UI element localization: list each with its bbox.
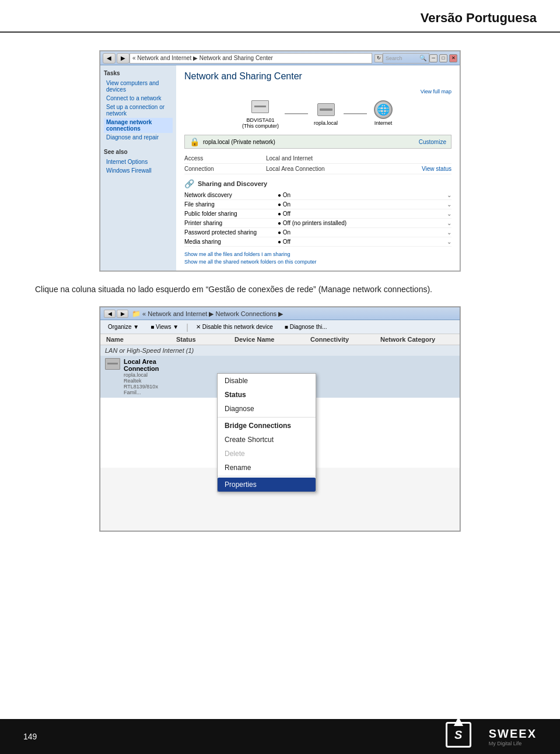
network-connections-window: ◀ ▶ 📁 « Network and Internet ▶ Network C… <box>100 307 460 531</box>
chevron-media[interactable]: ⌄ <box>447 239 452 245</box>
sharing-row-public-folder: Public folder sharing ● Off ⌄ <box>184 209 452 219</box>
page-header: Versão Portuguesa <box>0 0 560 33</box>
sharing-row-file-sharing: File sharing ● On ⌄ <box>184 200 452 209</box>
tasks-title: Tasks <box>104 70 173 76</box>
customize-link[interactable]: Customize <box>419 139 446 145</box>
window-main-title: Network and Sharing Center <box>184 71 452 82</box>
ctx-status[interactable]: Status <box>218 388 316 402</box>
sidebar-item-view-computers[interactable]: View computers and devices <box>104 79 173 94</box>
ctx-disable[interactable]: Disable <box>218 374 316 388</box>
organize-button[interactable]: Organize ▼ <box>104 322 143 332</box>
main-content: ◀ ▶ « Network and Internet ▶ Network and… <box>0 33 560 543</box>
address-bar[interactable]: « Network and Internet ▶ Network and Sha… <box>130 53 372 64</box>
nc-forward-button[interactable]: ▶ <box>117 310 128 318</box>
sidebar-item-connect[interactable]: Connect to a network <box>104 94 173 103</box>
sharing-row-media: Media sharing ● Off ⌄ <box>184 237 452 247</box>
sharing-rows: Network discovery ● On ⌄ File sharing ● … <box>184 191 452 247</box>
chevron-public-folder[interactable]: ⌄ <box>447 211 452 217</box>
minimize-button[interactable]: ─ <box>429 54 438 62</box>
sidebar-item-setup[interactable]: Set up a connection or network <box>104 103 173 118</box>
see-also-title: See also <box>104 149 173 155</box>
view-status-link[interactable]: View status <box>422 166 452 172</box>
close-button[interactable]: ✕ <box>449 54 457 62</box>
col-connectivity: Connectivity <box>309 336 379 343</box>
sharing-row-password: Password protected sharing ● On ⌄ <box>184 228 452 237</box>
sidebar-item-manage[interactable]: Manage network connections <box>104 118 173 133</box>
sidebar-item-internet-options[interactable]: Internet Options <box>104 157 173 166</box>
chevron-printer[interactable]: ⌄ <box>447 220 452 226</box>
connection-label: Connection <box>184 166 266 172</box>
sweex-spike <box>454 717 463 726</box>
view-full-map-link[interactable]: View full map <box>421 89 452 94</box>
tasks-section: Tasks View computers and devices Connect… <box>104 70 173 142</box>
sidebar: Tasks View computers and devices Connect… <box>100 65 176 271</box>
network-grid: Access Local and Internet Connection Loc… <box>184 153 452 174</box>
screenshot2-container: ◀ ▶ 📁 « Network and Internet ▶ Network C… <box>99 306 461 532</box>
node-internet: 🌐 Internet <box>373 101 394 126</box>
col-name: Name <box>105 336 175 343</box>
ctx-sep-2 <box>218 476 316 476</box>
refresh-button[interactable]: ↻ <box>374 54 383 62</box>
screenshot1-container: ◀ ▶ « Network and Internet ▶ Network and… <box>99 50 461 272</box>
views-button[interactable]: ■ Views ▼ <box>146 322 183 332</box>
conn-name: Local Area Connection <box>124 358 175 372</box>
node-router: ropla.local <box>314 101 338 126</box>
window-controls: ─ □ ✕ <box>429 54 457 62</box>
ctx-diagnose[interactable]: Diagnose <box>218 402 316 416</box>
back-button[interactable]: ◀ <box>103 53 116 64</box>
maximize-button[interactable]: □ <box>439 54 447 62</box>
page-footer: 149 S SWEEX My Digital Life <box>0 719 560 754</box>
chevron-network-discovery[interactable]: ⌄ <box>447 192 452 198</box>
diagnose-button[interactable]: ■ Diagnose thi... <box>281 322 331 332</box>
sweex-s-letter: S <box>454 728 462 742</box>
conn-sub1: ropla.local <box>124 372 175 378</box>
search-box[interactable]: Search 🔍 <box>383 53 429 64</box>
sidebar-item-diagnose[interactable]: Diagnose and repair <box>104 133 173 142</box>
nc-address-text: 📁 « Network and Internet ▶ Network Conne… <box>132 310 283 318</box>
forward-button[interactable]: ▶ <box>117 53 130 64</box>
col-status: Status <box>175 336 233 343</box>
sharing-row-printer: Printer sharing ● Off (no printers insta… <box>184 219 452 228</box>
access-label: Access <box>184 155 266 162</box>
nc-titlebar: ◀ ▶ 📁 « Network and Internet ▶ Network C… <box>100 307 460 320</box>
nc-toolbar: Organize ▼ ■ Views ▼ | ✕ Disable this ne… <box>100 320 460 334</box>
ctx-properties[interactable]: Properties <box>218 478 316 492</box>
ctx-delete: Delete <box>218 447 316 461</box>
sharing-row-network-discovery: Network discovery ● On ⌄ <box>184 191 452 200</box>
nc-body-content: Local Area Connection ropla.local Realte… <box>100 356 460 531</box>
connection-info: Local Area Connection ropla.local Realte… <box>105 358 175 395</box>
toolbar-sep: | <box>186 322 188 332</box>
col-network-category: Network Category <box>379 336 461 343</box>
ctx-create-shortcut[interactable]: Create Shortcut <box>218 433 316 447</box>
network-line-1 <box>285 113 308 114</box>
nc-back-button[interactable]: ◀ <box>104 310 116 318</box>
nc-column-headers: Name Status Device Name Connectivity Net… <box>100 334 460 345</box>
conn-sub2: Realtek RTL8139/810x Famil... <box>124 378 175 395</box>
grid-row-access: Access Local and Internet <box>184 153 452 164</box>
network-diagram: View full map BDVISTA01(This computer) <box>184 89 452 129</box>
sweex-logo: S SWEEX My Digital Life <box>446 722 537 751</box>
description-text: Clique na coluna situada no lado esquerd… <box>35 283 525 296</box>
network-status-bar: 🔒 ropla.local (Private network) Customiz… <box>184 135 452 149</box>
access-value: Local and Internet <box>266 155 452 162</box>
context-menu: Disable Status Diagnose Bridge Connectio… <box>217 373 316 492</box>
nc-group-header: LAN or High-Speed Internet (1) <box>100 345 460 356</box>
chevron-file-sharing[interactable]: ⌄ <box>447 201 452 208</box>
window-body: Tasks View computers and devices Connect… <box>100 65 460 271</box>
sidebar-item-firewall[interactable]: Windows Firewall <box>104 166 173 175</box>
node-computer: BDVISTA01(This computer) <box>242 98 279 129</box>
network-sharing-window: ◀ ▶ « Network and Internet ▶ Network and… <box>100 51 460 271</box>
ctx-rename[interactable]: Rename <box>218 461 316 475</box>
bottom-link-2[interactable]: Show me all the shared network folders o… <box>184 259 452 265</box>
connection-value: Local Area Connection <box>266 166 422 172</box>
sweex-tagline: My Digital Life <box>489 741 537 746</box>
page-number: 149 <box>23 732 37 741</box>
titlebar: ◀ ▶ « Network and Internet ▶ Network and… <box>100 51 460 65</box>
disable-button[interactable]: ✕ Disable this network device <box>192 322 277 332</box>
sweex-brand-name: SWEEX <box>489 727 537 741</box>
ctx-sep-1 <box>218 417 316 418</box>
ctx-bridge[interactable]: Bridge Connections <box>218 419 316 433</box>
bottom-links: Show me all the files and folders I am s… <box>184 251 452 265</box>
bottom-link-1[interactable]: Show me all the files and folders I am s… <box>184 251 452 257</box>
chevron-password[interactable]: ⌄ <box>447 229 452 236</box>
